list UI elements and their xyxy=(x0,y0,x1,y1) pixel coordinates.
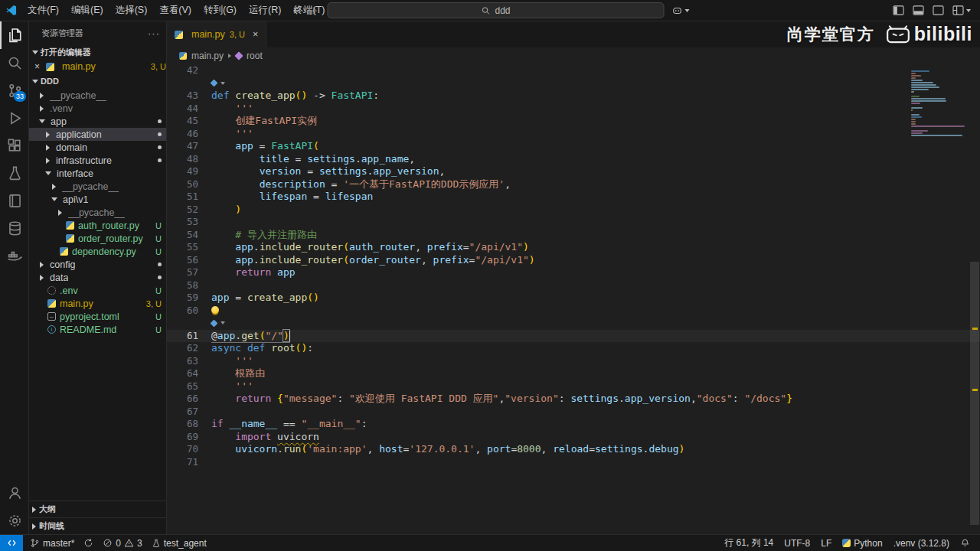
more-actions-icon[interactable]: ··· xyxy=(148,28,160,39)
menu-file[interactable]: 文件(F) xyxy=(21,0,65,21)
line-number[interactable]: 58 xyxy=(167,279,211,292)
tree-item[interactable]: application xyxy=(29,128,166,141)
code-line[interactable]: 63 ''' xyxy=(167,355,980,368)
tab-close-icon[interactable]: × xyxy=(253,29,258,40)
line-number[interactable]: 69 xyxy=(167,431,211,444)
codelens-line[interactable] xyxy=(167,77,980,90)
line-number[interactable]: 53 xyxy=(167,216,211,229)
tree-item[interactable]: __pycache__ xyxy=(29,89,166,102)
codelens-line[interactable] xyxy=(167,317,980,330)
tree-item[interactable]: dependency.pyU xyxy=(29,245,166,258)
code-line[interactable]: 59app = create_app() xyxy=(167,292,980,305)
line-number[interactable]: 49 xyxy=(167,165,211,178)
line-number[interactable]: 66 xyxy=(167,393,211,406)
code-line[interactable]: 44 ''' xyxy=(167,103,980,116)
menu-go[interactable]: 转到(G) xyxy=(198,0,243,21)
problems-item[interactable]: 0 3 xyxy=(99,535,145,551)
line-number[interactable]: 47 xyxy=(167,140,211,153)
sidebar-item-run-debug[interactable] xyxy=(0,104,28,132)
code-line[interactable]: 47 app = FastAPI( xyxy=(167,140,980,153)
code-line[interactable]: 57 return app xyxy=(167,266,980,279)
open-editor-item[interactable]: × main.py 3, U xyxy=(29,60,166,73)
tree-item[interactable]: infrastructure xyxy=(29,154,166,167)
code-line[interactable]: 55 app.include_router(auth_router, prefi… xyxy=(167,241,980,254)
code-line[interactable]: 65 ''' xyxy=(167,380,980,393)
code-line[interactable]: 67 xyxy=(167,406,980,419)
line-number[interactable]: 64 xyxy=(167,367,211,380)
menu-view[interactable]: 查看(V) xyxy=(153,0,198,21)
code-line[interactable]: 69 import uvicorn xyxy=(167,431,980,444)
chevron-down-icon[interactable] xyxy=(220,321,225,324)
code-line[interactable]: 70 uvicorn.run('main:app', host='127.0.0… xyxy=(167,443,980,456)
notifications-button[interactable] xyxy=(956,535,974,551)
tree-item[interactable]: .venv xyxy=(29,102,166,115)
toggle-sidebar-icon[interactable] xyxy=(893,5,904,15)
chevron-down-icon[interactable] xyxy=(220,82,225,85)
tree-item[interactable]: data xyxy=(29,271,166,284)
line-number[interactable]: 59 xyxy=(167,292,211,305)
line-number[interactable]: 43 xyxy=(167,90,211,103)
settings-button[interactable] xyxy=(0,507,28,534)
tree-item[interactable]: main.py3, U xyxy=(29,297,166,310)
code-line[interactable]: 64 根路由 xyxy=(167,367,980,380)
tree-item[interactable]: __pycache__ xyxy=(29,206,166,219)
tree-item[interactable]: auth_router.pyU xyxy=(29,219,166,232)
line-number[interactable]: 71 xyxy=(167,456,211,469)
breadcrumb-file[interactable]: main.py xyxy=(191,51,224,61)
code-line[interactable]: 53 xyxy=(167,216,980,229)
eol-indicator[interactable]: LF xyxy=(817,535,835,551)
code-line[interactable]: 42 xyxy=(167,64,980,77)
code-line[interactable]: 43def create_app() -> FastAPI: xyxy=(167,90,980,103)
cursor-position[interactable]: 行 61, 列 14 xyxy=(720,535,777,551)
copilot-menu[interactable] xyxy=(672,5,690,16)
line-number[interactable]: 56 xyxy=(167,254,211,267)
lightbulb-icon[interactable] xyxy=(211,306,219,314)
line-number[interactable]: 46 xyxy=(167,128,211,141)
scrollbar-thumb[interactable] xyxy=(970,262,979,525)
code-line[interactable]: 54 # 导入并注册路由 xyxy=(167,229,980,242)
line-number[interactable]: 67 xyxy=(167,406,211,419)
tree-item[interactable]: README.mdU xyxy=(29,323,166,336)
outline-section[interactable]: 大纲 xyxy=(29,500,166,517)
code-line[interactable]: 48 title = settings.app_name, xyxy=(167,153,980,166)
account-button[interactable] xyxy=(0,479,28,507)
line-number[interactable]: 48 xyxy=(167,153,211,166)
code-line[interactable]: 61@app.get("/") xyxy=(167,330,980,343)
test-agent-item[interactable]: test_agent xyxy=(148,535,211,551)
toggle-secondary-sidebar-icon[interactable] xyxy=(933,5,944,15)
tree-item[interactable]: api\v1 xyxy=(29,193,166,206)
remote-indicator[interactable] xyxy=(0,535,23,551)
customize-layout-button[interactable] xyxy=(952,5,971,15)
sidebar-item-search[interactable] xyxy=(0,49,28,77)
breadcrumb-symbol[interactable]: root xyxy=(247,51,263,61)
language-mode[interactable]: Python xyxy=(838,535,886,551)
code-line[interactable]: 45 创建FastAPI实例 xyxy=(167,115,980,128)
menu-edit[interactable]: 编辑(E) xyxy=(65,0,109,21)
code-editor[interactable]: 4243def create_app() -> FastAPI:44 '''45… xyxy=(167,64,980,534)
timeline-section[interactable]: 时间线 xyxy=(29,517,166,534)
line-number[interactable]: 62 xyxy=(167,342,211,355)
toggle-panel-icon[interactable] xyxy=(913,5,924,15)
menu-selection[interactable]: 选择(S) xyxy=(109,0,154,21)
code-line[interactable]: 52 ) xyxy=(167,204,980,217)
open-editors-section[interactable]: 打开的编辑器 xyxy=(29,44,166,60)
python-interpreter[interactable]: .venv (3.12.8) xyxy=(890,535,953,551)
tree-item[interactable]: __pycache__ xyxy=(29,180,166,193)
tree-item[interactable]: interface xyxy=(29,167,166,180)
tree-item[interactable]: .envU xyxy=(29,284,166,297)
close-icon[interactable]: × xyxy=(34,61,42,72)
sidebar-item-testing[interactable] xyxy=(0,159,28,187)
editor-scrollbar[interactable] xyxy=(969,64,980,534)
sidebar-item-extensions[interactable] xyxy=(0,132,28,159)
line-number[interactable] xyxy=(167,77,211,90)
code-line[interactable]: 66 return {"message": "欢迎使用 FastAPI DDD … xyxy=(167,393,980,406)
line-number[interactable]: 57 xyxy=(167,266,211,279)
line-number[interactable]: 68 xyxy=(167,418,211,431)
line-number[interactable]: 50 xyxy=(167,178,211,191)
tree-item[interactable]: domain xyxy=(29,141,166,154)
forward-icon[interactable] xyxy=(309,5,320,16)
code-line[interactable]: 46 ''' xyxy=(167,128,980,141)
tree-item[interactable]: order_router.pyU xyxy=(29,232,166,245)
sidebar-item-notebook[interactable] xyxy=(0,187,28,214)
code-line[interactable]: 60 xyxy=(167,305,980,318)
